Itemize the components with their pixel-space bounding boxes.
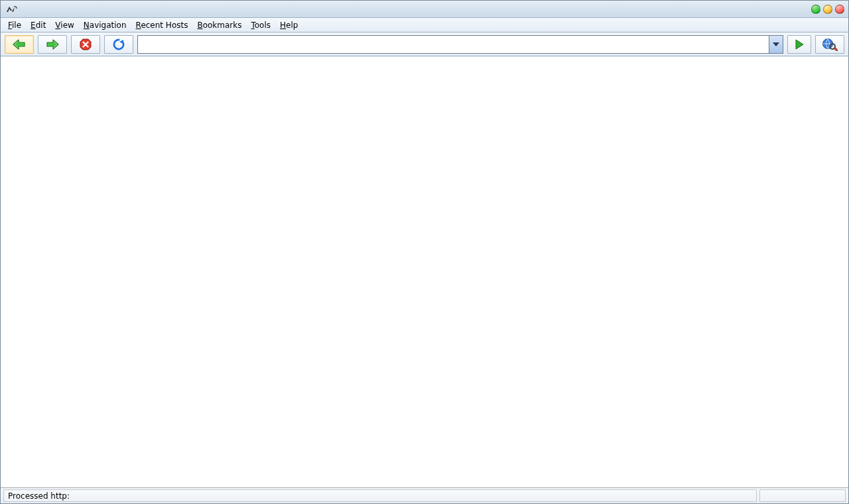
play-icon [795, 39, 804, 50]
svg-point-7 [834, 48, 837, 50]
arrow-left-icon [12, 38, 27, 50]
toolbar [1, 32, 848, 56]
menu-label: File [8, 21, 21, 30]
url-input[interactable] [137, 35, 769, 54]
stop-button[interactable] [71, 35, 100, 54]
menu-file[interactable]: File [3, 18, 26, 32]
menu-bookmarks[interactable]: Bookmarks [192, 18, 246, 32]
menu-label: Edit [31, 21, 46, 30]
nav-button-group [5, 35, 133, 54]
svg-marker-3 [796, 40, 803, 49]
reload-button[interactable] [104, 35, 133, 54]
menu-label: Recent Hosts [136, 21, 188, 30]
app-icon [5, 3, 18, 16]
menu-view[interactable]: View [50, 18, 78, 32]
menu-help[interactable]: Help [275, 18, 302, 32]
search-web-button[interactable] [815, 35, 844, 54]
window-controls [811, 5, 844, 14]
status-progress [759, 489, 846, 502]
titlebar [1, 1, 848, 18]
status-message: Processed http: [3, 489, 757, 502]
go-button[interactable] [787, 35, 811, 54]
menu-label: View [55, 21, 74, 30]
menu-navigation[interactable]: Navigation [79, 18, 131, 32]
svg-marker-1 [119, 40, 123, 44]
menu-label: Bookmarks [197, 21, 241, 30]
stop-icon [79, 38, 92, 51]
svg-marker-2 [773, 42, 779, 46]
menu-label: Help [280, 21, 298, 30]
reload-icon [112, 38, 125, 51]
menu-label: Tools [251, 21, 271, 30]
url-history-dropdown[interactable] [769, 35, 783, 54]
globe-search-icon [822, 38, 838, 51]
menu-label: Navigation [84, 21, 127, 30]
menubar: File Edit View Navigation Recent Hosts B… [1, 18, 848, 32]
go-button-group [787, 35, 844, 54]
app-window: File Edit View Navigation Recent Hosts B… [0, 0, 849, 504]
forward-button[interactable] [38, 35, 67, 54]
chevron-down-icon [773, 42, 779, 46]
url-bar [137, 35, 783, 54]
maximize-button[interactable] [823, 5, 832, 14]
back-button[interactable] [5, 35, 34, 54]
content-area [1, 56, 848, 487]
statusbar: Processed http: [1, 487, 848, 503]
menu-recent-hosts[interactable]: Recent Hosts [131, 18, 193, 32]
menu-edit[interactable]: Edit [26, 18, 50, 32]
menu-tools[interactable]: Tools [246, 18, 275, 32]
minimize-button[interactable] [811, 5, 820, 14]
arrow-right-icon [45, 38, 60, 50]
close-button[interactable] [835, 5, 844, 14]
status-text: Processed http: [8, 491, 70, 501]
